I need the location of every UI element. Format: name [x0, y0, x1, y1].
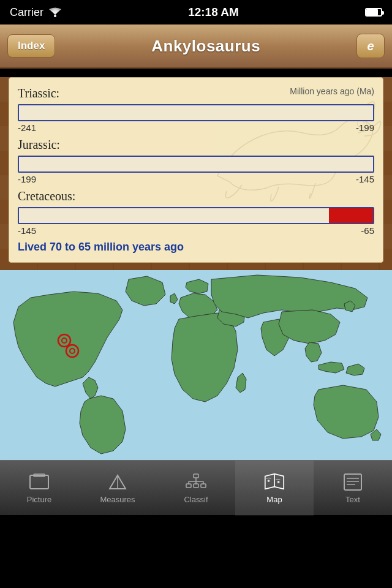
tab-classif[interactable]: Classif — [157, 461, 235, 516]
tab-map[interactable]: Map — [235, 461, 314, 516]
triassic-start: -241 — [18, 123, 36, 133]
svg-rect-11 — [194, 474, 198, 478]
jurassic-numbers: -199 -145 — [18, 174, 374, 184]
svg-point-22 — [277, 481, 280, 483]
jurassic-header: Jurassic: — [18, 138, 374, 152]
jurassic-bar — [18, 156, 374, 173]
map-icon — [263, 472, 286, 492]
carrier-label: Carrier — [10, 6, 43, 19]
jurassic-end: -145 — [356, 174, 374, 184]
cretaceous-numbers: -145 -65 — [18, 225, 374, 236]
mya-label: Million years ago (Ma) — [290, 86, 374, 100]
measures-icon — [106, 472, 129, 492]
lived-text: Lived 70 to 65 million years ago — [18, 241, 374, 254]
tab-picture-label: Picture — [27, 495, 51, 504]
back-button[interactable]: Index — [7, 34, 55, 58]
status-left: Carrier — [10, 6, 62, 19]
jurassic-label: Jurassic: — [18, 138, 60, 152]
triassic-bar — [18, 104, 374, 121]
tab-measures[interactable]: Measures — [78, 461, 157, 516]
world-map — [0, 270, 392, 460]
svg-rect-23 — [344, 474, 361, 490]
nav-bar: Index Ankylosaurus e — [0, 24, 392, 69]
classif-icon — [184, 472, 208, 492]
status-time: 12:18 AM — [188, 6, 239, 19]
svg-point-0 — [54, 15, 56, 17]
status-right — [365, 8, 382, 17]
svg-rect-14 — [201, 484, 206, 488]
info-button[interactable]: e — [356, 34, 385, 58]
triassic-end: -199 — [356, 123, 374, 133]
svg-rect-13 — [194, 484, 198, 488]
tab-picture[interactable]: Picture — [0, 461, 78, 516]
wifi-icon — [48, 7, 62, 17]
triassic-numbers: -241 -199 — [18, 123, 374, 133]
svg-rect-12 — [186, 484, 191, 488]
svg-point-21 — [268, 480, 270, 482]
info-icon: e — [367, 39, 374, 53]
tab-text-label: Text — [345, 495, 360, 504]
page-title: Ankylosaurus — [151, 37, 260, 56]
map-section[interactable] — [0, 270, 392, 460]
battery-icon — [365, 8, 382, 17]
cretaceous-end: -65 — [361, 225, 374, 236]
status-bar: Carrier 12:18 AM — [0, 0, 392, 24]
tab-text[interactable]: Text — [314, 461, 392, 516]
cretaceous-label: Cretaceous: — [18, 189, 75, 203]
picture-icon — [28, 472, 51, 492]
tab-map-label: Map — [266, 495, 282, 504]
triassic-label: Triassic: — [18, 86, 59, 100]
timeline-header: Triassic: Million years ago (Ma) — [18, 86, 374, 100]
cretaceous-fill — [329, 208, 373, 223]
tab-classif-label: Classif — [184, 495, 208, 504]
svg-rect-6 — [30, 475, 48, 489]
main-content: Triassic: Million years ago (Ma) -241 -1… — [0, 77, 392, 460]
cretaceous-bar — [18, 207, 374, 224]
tab-bar: Picture Measures Class — [0, 460, 392, 515]
cretaceous-header: Cretaceous: — [18, 189, 374, 203]
tab-measures-label: Measures — [100, 495, 135, 504]
jurassic-start: -199 — [18, 174, 36, 184]
text-icon — [341, 472, 364, 492]
timeline-card: Triassic: Million years ago (Ma) -241 -1… — [9, 77, 383, 263]
cretaceous-start: -145 — [18, 225, 36, 236]
